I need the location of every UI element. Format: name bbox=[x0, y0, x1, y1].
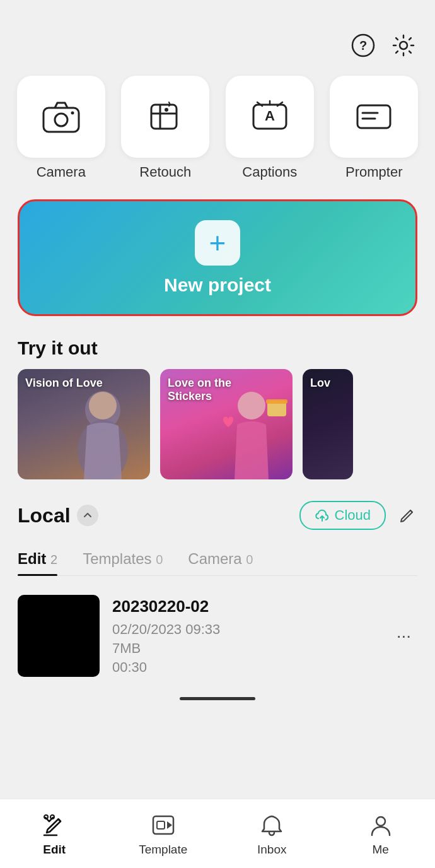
local-title: Local bbox=[18, 504, 71, 527]
nav-edit-label: Edit bbox=[43, 843, 66, 857]
new-project-label: New project bbox=[164, 274, 271, 296]
nav-template-label: Template bbox=[139, 843, 187, 857]
nav-me[interactable]: Me bbox=[327, 811, 436, 857]
svg-rect-18 bbox=[266, 399, 287, 404]
project-thumbnail[interactable] bbox=[18, 595, 100, 677]
nav-inbox-icon bbox=[258, 811, 286, 839]
svg-point-15 bbox=[89, 392, 117, 419]
cloud-button[interactable]: Cloud bbox=[299, 501, 386, 530]
tool-captions-label: Captions bbox=[242, 164, 297, 180]
new-project-wrapper: + New project bbox=[0, 193, 435, 331]
try-scroll: Vision of Love Love on the Stickers bbox=[18, 369, 417, 479]
local-tabs: Edit 2 Templates 0 Camera 0 bbox=[18, 541, 417, 576]
svg-text:?: ? bbox=[359, 38, 367, 52]
nav-template-icon bbox=[149, 811, 177, 839]
project-info: 20230220-02 02/20/2023 09:33 7MB 00:30 bbox=[112, 597, 378, 676]
tab-camera[interactable]: Camera 0 bbox=[188, 541, 253, 575]
tab-edit[interactable]: Edit 2 bbox=[18, 541, 57, 575]
svg-marker-23 bbox=[167, 821, 172, 829]
project-list: 20230220-02 02/20/2023 09:33 7MB 00:30 ·… bbox=[18, 589, 417, 689]
help-icon[interactable]: ? bbox=[349, 32, 377, 59]
tool-camera[interactable]: Camera bbox=[13, 76, 110, 180]
tool-captions-icon-box: A bbox=[226, 76, 314, 158]
quick-tools: Camera Retouch A Captions bbox=[0, 69, 435, 193]
try-card-stickers-image bbox=[211, 388, 293, 479]
try-card-stickers[interactable]: Love on the Stickers bbox=[160, 369, 293, 479]
local-title-group: Local bbox=[18, 504, 98, 527]
svg-point-5 bbox=[71, 112, 74, 115]
svg-point-7 bbox=[165, 108, 168, 112]
svg-point-4 bbox=[55, 114, 67, 126]
cloud-button-label: Cloud bbox=[335, 507, 371, 524]
project-more-button[interactable]: ··· bbox=[390, 619, 417, 652]
nav-me-icon bbox=[367, 811, 395, 839]
svg-point-20 bbox=[50, 815, 54, 819]
settings-icon[interactable] bbox=[390, 32, 417, 59]
tool-retouch-icon-box bbox=[121, 76, 209, 158]
scroll-indicator bbox=[180, 697, 255, 700]
nav-edit-icon bbox=[40, 811, 68, 839]
nav-inbox[interactable]: Inbox bbox=[218, 811, 327, 857]
svg-point-19 bbox=[44, 815, 48, 819]
project-duration: 00:30 bbox=[112, 659, 378, 676]
tab-templates[interactable]: Templates 0 bbox=[83, 541, 163, 575]
tool-retouch[interactable]: Retouch bbox=[117, 76, 214, 180]
bottom-nav: Edit Template Inbox Me bbox=[0, 799, 435, 868]
nav-edit[interactable]: Edit bbox=[0, 811, 109, 857]
project-size: 7MB bbox=[112, 640, 378, 657]
try-card-vision[interactable]: Vision of Love bbox=[18, 369, 150, 479]
nav-inbox-label: Inbox bbox=[257, 843, 286, 857]
nav-template[interactable]: Template bbox=[109, 811, 218, 857]
try-card-vision-image bbox=[62, 388, 144, 479]
tool-camera-icon-box bbox=[17, 76, 105, 158]
svg-rect-22 bbox=[157, 821, 165, 829]
top-bar: ? bbox=[0, 0, 435, 69]
try-section: Try it out Vision of Love Love on the St… bbox=[0, 331, 435, 488]
new-project-button[interactable]: + New project bbox=[18, 199, 417, 316]
tool-prompter-icon-box bbox=[330, 76, 418, 158]
project-date: 02/20/2023 09:33 bbox=[112, 621, 378, 638]
svg-point-2 bbox=[400, 42, 407, 49]
local-header: Local Cloud bbox=[18, 501, 417, 530]
project-name: 20230220-02 bbox=[112, 597, 378, 616]
tool-retouch-label: Retouch bbox=[139, 164, 191, 180]
svg-text:A: A bbox=[265, 108, 275, 124]
svg-rect-6 bbox=[151, 105, 177, 129]
local-actions: Cloud bbox=[299, 501, 417, 530]
tool-prompter[interactable]: Prompter bbox=[326, 76, 423, 180]
edit-pencil-button[interactable] bbox=[397, 505, 417, 525]
nav-me-label: Me bbox=[373, 843, 389, 857]
project-item: 20230220-02 02/20/2023 09:33 7MB 00:30 ·… bbox=[18, 589, 417, 689]
svg-rect-10 bbox=[357, 105, 390, 128]
tool-prompter-label: Prompter bbox=[345, 164, 402, 180]
tool-camera-label: Camera bbox=[37, 164, 86, 180]
tool-captions[interactable]: A Captions bbox=[221, 76, 318, 180]
svg-point-16 bbox=[238, 392, 265, 419]
svg-rect-3 bbox=[44, 108, 79, 132]
local-section: Local Cloud bbox=[0, 488, 435, 700]
try-section-title: Try it out bbox=[18, 337, 417, 359]
local-sort-button[interactable] bbox=[77, 505, 98, 526]
new-project-plus-icon: + bbox=[195, 220, 240, 266]
svg-point-24 bbox=[376, 817, 385, 826]
try-card-third[interactable]: Lov bbox=[303, 369, 353, 479]
try-card-third-label: Lov bbox=[310, 377, 330, 390]
